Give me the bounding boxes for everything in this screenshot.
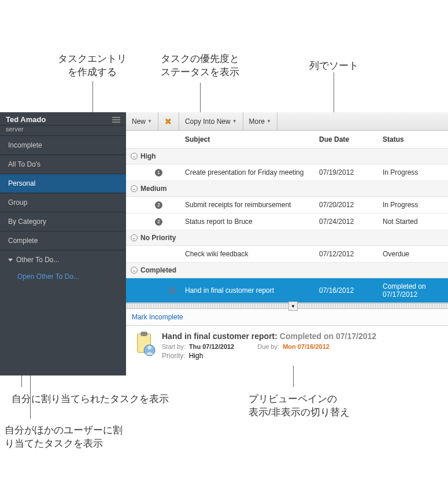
task-subject: Check wiki feedback (183, 250, 317, 258)
col-due[interactable]: Due Date (317, 135, 375, 143)
task-status: In Progress (375, 168, 448, 176)
sidebar-item-group[interactable]: Group (0, 193, 126, 212)
task-row[interactable]: 1Create presentation for Friday meeting0… (126, 164, 448, 181)
sidebar-item-personal[interactable]: Personal (0, 174, 126, 193)
col-status[interactable]: Status (375, 135, 448, 143)
task-row[interactable]: ☑Hand in final customer report07/16/2012… (126, 278, 448, 303)
triangle-down-icon (8, 259, 13, 262)
sidebar-item-complete[interactable]: Complete (0, 231, 126, 251)
sidebar-server: server (0, 126, 126, 136)
task-subject: Submit receipts for reimbursement (183, 201, 317, 209)
task-list: –High1Create presentation for Friday mee… (126, 149, 448, 303)
priority-icon: 2 (155, 201, 162, 209)
due-by-label: Due by: (257, 343, 279, 350)
task-row[interactable]: 2Submit receipts for reimbursement07/20/… (126, 197, 448, 213)
task-due: 07/19/2012 (317, 168, 375, 176)
task-due: 07/16/2012 (317, 286, 375, 294)
task-status: Not Started (375, 218, 448, 226)
task-status: Overdue (375, 250, 448, 258)
collapse-icon: – (131, 267, 138, 274)
sidebar-item-bycategory[interactable]: By Category (0, 212, 126, 231)
priority-label: Priority: (162, 352, 186, 360)
annotation-assigned-to-others: 自分がほかのユーザーに割 り当てたタスクを表示 (5, 424, 123, 450)
annotation-create: タスクエントリ を作成する (58, 52, 127, 79)
sidebar-item-incomplete[interactable]: Incomplete (0, 136, 126, 155)
preview-actions: Mark Incomplete (126, 309, 448, 326)
task-status: Completed on 07/17/2012 (375, 282, 448, 299)
group-header[interactable]: –High (126, 149, 448, 164)
more-button[interactable]: More▼ (243, 112, 277, 131)
task-due: 07/20/2012 (317, 201, 375, 209)
due-by-value: Mon 07/16/2012 (283, 343, 329, 350)
priority-icon: 1 (155, 169, 162, 176)
menu-icon[interactable] (112, 117, 120, 123)
svg-rect-1 (140, 332, 147, 336)
app-window: Ted Amado server Incomplete All To Do's … (0, 112, 448, 375)
toolbar: New▼ ✖ Copy Into New▼ More▼ (126, 112, 448, 131)
sidebar-open-other[interactable]: Open Other To Do... (0, 269, 126, 284)
clipboard-icon (134, 332, 156, 360)
collapse-icon: – (131, 153, 138, 160)
annotation-sort: 列でソート (309, 59, 358, 72)
task-due: 07/12/2012 (317, 250, 375, 258)
content-pane: New▼ ✖ Copy Into New▼ More▼ Subject Due … (126, 112, 448, 375)
collapse-icon: – (131, 185, 138, 192)
task-subject: Status report to Bruce (183, 218, 317, 226)
task-subject: Create presentation for Friday meeting (183, 168, 317, 176)
preview-toggle-button[interactable]: ▼ (288, 301, 298, 311)
preview-body: Hand in final customer report: Completed… (126, 326, 448, 366)
sidebar-user: Ted Amado (6, 115, 46, 124)
task-due: 07/24/2012 (317, 218, 375, 226)
x-icon: ✖ (165, 117, 172, 126)
sidebar-item-alltodos[interactable]: All To Do's (0, 155, 126, 174)
priority-value: High (189, 352, 203, 360)
delete-button[interactable]: ✖ (158, 112, 179, 131)
check-icon: ☑ (169, 286, 176, 295)
preview-title: Hand in final customer report: Completed… (162, 332, 440, 341)
task-subject: Hand in final customer report (183, 286, 317, 294)
group-header[interactable]: –Completed (126, 263, 448, 278)
start-by-label: Start by: (162, 343, 186, 350)
sidebar: Ted Amado server Incomplete All To Do's … (0, 112, 126, 375)
collapse-icon: – (131, 234, 138, 241)
annotation-assigned-to-me: 自分に割り当てられたタスクを表示 (12, 392, 169, 406)
column-headers: Subject Due Date Status (126, 131, 448, 149)
new-button[interactable]: New▼ (126, 112, 158, 131)
task-row[interactable]: Check wiki feedback07/12/2012Overdue (126, 246, 448, 263)
annotation-preview-toggle: プリビューペインの 表示/非表示の切り替え (249, 392, 350, 419)
task-row[interactable]: 2Status report to Bruce07/24/2012Not Sta… (126, 213, 448, 230)
svg-point-3 (147, 345, 151, 349)
col-subject[interactable]: Subject (183, 135, 317, 143)
annotation-priority: タスクの優先度と ステータスを表示 (161, 52, 239, 79)
task-status: In Progress (375, 201, 448, 209)
group-header[interactable]: –No Priority (126, 230, 448, 246)
priority-icon: 2 (155, 218, 162, 226)
start-by-value: Thu 07/12/2012 (189, 343, 234, 350)
group-header[interactable]: –Medium (126, 181, 448, 197)
mark-incomplete-link[interactable]: Mark Incomplete (132, 313, 183, 321)
sidebar-other[interactable]: Other To Do... (0, 251, 126, 269)
copy-button[interactable]: Copy Into New▼ (179, 112, 243, 131)
splitter-handle[interactable]: ▼ (126, 303, 448, 309)
